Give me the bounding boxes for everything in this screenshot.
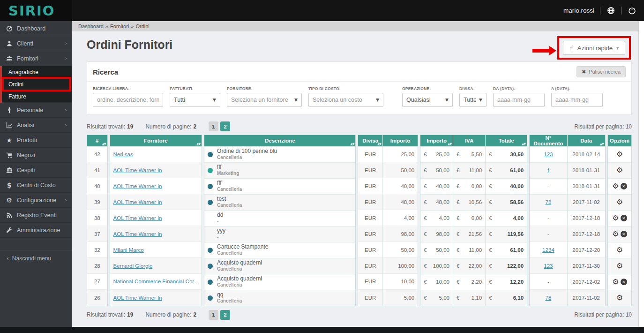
document-link[interactable]: 78 — [545, 199, 551, 205]
sidebar-item-registro-eventi[interactable]: Registro Eventi — [0, 208, 72, 223]
document-link[interactable]: 78 — [545, 295, 551, 301]
supplier-link[interactable]: Bernardi Giorgio — [113, 263, 153, 269]
description-text: Ordine di 100 penne blu — [217, 148, 277, 155]
remove-icon[interactable]: ✕ — [621, 215, 627, 221]
column-header-fornitore[interactable]: Fornitore▲▼ — [110, 135, 202, 146]
gear-icon[interactable]: ⚙ — [612, 182, 619, 190]
page-button-1[interactable]: 1 — [209, 310, 218, 320]
free-search-input[interactable] — [97, 97, 159, 103]
document-link[interactable]: 123 — [544, 151, 553, 157]
logo[interactable]: SIRIO — [0, 0, 72, 21]
sidebar-item-amministrazione[interactable]: Amministrazione — [0, 223, 72, 238]
gear-icon[interactable]: ⚙ — [616, 151, 623, 158]
subitem-label: Anagrafiche — [8, 69, 38, 76]
subitem-label: Ordini — [8, 81, 23, 88]
document-link[interactable]: 1234 — [542, 247, 554, 253]
page-button-1[interactable]: 1 — [209, 121, 218, 131]
sidebar-item-fornitori[interactable]: Fornitori› — [0, 51, 72, 66]
gear-icon[interactable]: ⚙ — [616, 166, 623, 174]
remove-icon[interactable]: ✕ — [621, 183, 627, 189]
sidebar-item-analisi[interactable]: Analisi› — [0, 118, 72, 133]
column-header-data[interactable]: Data▲▼ — [567, 135, 605, 147]
power-icon[interactable] — [627, 6, 637, 15]
column-header-importo2[interactable]: Importo▲▼ — [420, 135, 453, 146]
sidebar-item-label: Amministrazione — [17, 227, 67, 234]
supplier-link[interactable]: AOL Time Warner In — [113, 295, 162, 301]
remove-icon[interactable]: ✕ — [621, 231, 627, 237]
gear-icon[interactable]: ⚙ — [612, 278, 619, 286]
sidebar-subitem-fatture[interactable]: Fatture — [2, 91, 72, 103]
table-column-group: Importo▲▼IVATotale▲▼€25,00€5,50€30,50€50… — [420, 135, 527, 306]
operation-select[interactable]: Qualsiasi▼ — [402, 93, 453, 107]
sort-arrows-icon[interactable]: ▲▼ — [448, 142, 451, 146]
quick-actions-button[interactable]: ☝ Azioni rapide ▾ — [563, 41, 625, 55]
column-header-descrizione[interactable]: Descrizione▲▼ — [204, 135, 355, 146]
gear-icon[interactable]: ⚙ — [616, 198, 623, 206]
gear-icon[interactable]: ⚙ — [616, 294, 623, 302]
supplier-link[interactable]: AOL Time Warner In — [113, 199, 162, 205]
sidebar-item-personale[interactable]: Personale› — [0, 103, 72, 118]
sidebar-item-configurazione[interactable]: ⚙Configurazione› — [0, 193, 72, 208]
breadcrumb-item[interactable]: Ordini — [135, 23, 149, 29]
sidebar-item-centri-di-costo[interactable]: $Centri di Costo — [0, 178, 72, 193]
breadcrumb-item[interactable]: Fornitori — [110, 23, 129, 29]
dollar-icon: $ — [6, 182, 13, 189]
currency-select[interactable]: Tutte▼ — [459, 93, 487, 107]
sidebar-subitem-ordini[interactable]: Ordini — [2, 78, 72, 91]
currency-symbol: € — [489, 295, 492, 301]
sort-arrows-icon[interactable]: ▲▼ — [522, 142, 525, 146]
table-row: ⚙✕ — [608, 178, 631, 194]
column-header-totale[interactable]: Totale▲▼ — [486, 135, 527, 146]
supplier-link[interactable]: AOL Time Warner In — [113, 231, 162, 237]
supplier-select[interactable]: Seleziona un fornitore▼ — [227, 93, 302, 107]
date-to-input[interactable] — [555, 97, 599, 103]
table-row: EUR5,00 — [358, 289, 418, 305]
table-row: 41 — [87, 162, 107, 178]
breadcrumb-item[interactable]: Dashboard — [78, 23, 104, 29]
sidebar-item-clienti[interactable]: Clienti› — [0, 36, 72, 51]
cell-divisa: EUR — [358, 194, 382, 210]
table-row: testCancelleria — [204, 194, 355, 210]
remove-icon[interactable]: ✕ — [621, 279, 627, 285]
cell-descrizione: qqCancelleria — [204, 290, 355, 306]
table-row: 39 — [87, 194, 107, 210]
document-link[interactable]: 123 — [544, 263, 553, 269]
table-row: EUR4,00 — [358, 210, 418, 226]
table-row: -2018-01-31 — [530, 178, 605, 194]
page-button-2[interactable]: 2 — [220, 121, 230, 131]
cell-iva: €1,10 — [453, 290, 486, 306]
document-link[interactable]: f — [547, 167, 549, 173]
sidebar-item-negozi[interactable]: Negozi — [0, 148, 72, 163]
supplier-link[interactable]: National Commerce Financial Cor... — [113, 279, 199, 284]
cost-type-select[interactable]: Seleziona un costo▼ — [308, 93, 383, 107]
sort-arrows-icon[interactable]: ▲▼ — [377, 142, 381, 146]
currency-symbol: € — [457, 263, 459, 269]
gear-icon[interactable]: ⚙ — [616, 262, 623, 270]
gear-icon[interactable]: ⚙ — [616, 246, 623, 254]
sidebar-item-prodotti[interactable]: ★Prodotti — [0, 133, 72, 148]
sidebar-item-cespiti[interactable]: Cespiti — [0, 163, 72, 178]
date-from-input[interactable] — [497, 97, 540, 103]
page-button-2[interactable]: 2 — [220, 310, 230, 320]
gear-icon[interactable]: ⚙ — [612, 214, 619, 222]
sort-arrows-icon[interactable]: ▲▼ — [102, 142, 106, 146]
sidebar-subitem-anagrafiche[interactable]: Anagrafiche — [2, 66, 72, 78]
sort-arrows-icon[interactable]: ▲▼ — [350, 142, 354, 146]
hide-menu-button[interactable]: ‹ Nascondi menu — [0, 250, 72, 266]
username[interactable]: mario.rossi — [563, 7, 594, 14]
invoiced-select[interactable]: Tutti▼ — [170, 93, 220, 107]
sort-arrows-icon[interactable]: ▲▼ — [600, 142, 604, 146]
supplier-link[interactable]: AOL Time Warner In — [113, 183, 162, 189]
supplier-link[interactable]: Milani Marco — [113, 247, 144, 253]
sidebar-item-dashboard[interactable]: Dashboard — [0, 21, 72, 36]
supplier-link[interactable]: AOL Time Warner In — [113, 215, 162, 221]
gear-icon[interactable]: ⚙ — [612, 230, 619, 238]
supplier-link[interactable]: Neri sas — [113, 151, 133, 157]
column-header-id[interactable]: #▲▼ — [87, 135, 107, 146]
supplier-link[interactable]: AOL Time Warner In — [113, 167, 162, 173]
sort-arrows-icon[interactable]: ▲▼ — [196, 142, 200, 146]
clear-search-button[interactable]: ✖ Pulisci ricerca — [577, 66, 626, 77]
globe-icon[interactable] — [606, 6, 615, 15]
scrollbar-gutter[interactable] — [638, 21, 644, 327]
column-header-divisa[interactable]: Divisa▲▼ — [358, 135, 382, 146]
